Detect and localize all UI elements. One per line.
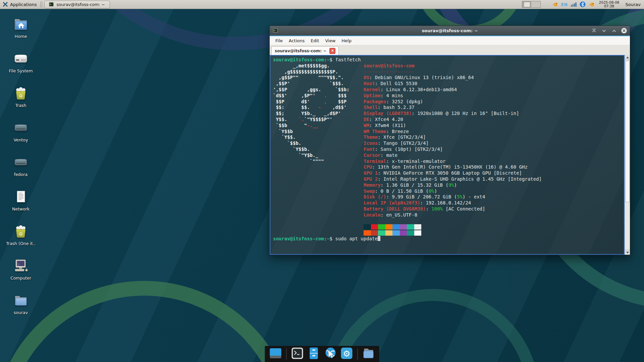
- maximize-button[interactable]: [611, 28, 617, 34]
- dock-show-desktop-button[interactable]: [269, 347, 282, 361]
- palette-swatch: [364, 230, 371, 236]
- workspace-2[interactable]: [531, 1, 540, 7]
- scrollbar-down-button[interactable]: [625, 250, 630, 255]
- menu-file[interactable]: File: [272, 38, 286, 43]
- info-line-disk: Disk (/): 9.99 GiB / 206.72 GiB (5%) - e…: [364, 194, 542, 200]
- shade-button[interactable]: [591, 28, 597, 34]
- terminal-screen[interactable]: sourav@itsfoss-com:~$ fastfetch _,met$$$…: [270, 55, 625, 255]
- palette-swatch: [364, 224, 371, 230]
- drive-dark-icon: [13, 120, 29, 136]
- info-label: Local IP (wlp0s20f3): [364, 200, 420, 205]
- info-label: Shell: [364, 105, 378, 110]
- desktop-icon-home[interactable]: Home: [6, 16, 36, 39]
- info-line-font: Font: Sans (10pt) [GTK2/3/4]: [364, 146, 542, 153]
- prompt-line: sourav@itsfoss-com:~$ fastfetch: [273, 57, 624, 63]
- info-line-gpu-1: GPU 1: NVIDIA GeForce RTX 3050 6GB Lapto…: [364, 170, 542, 176]
- info-line-terminal: Terminal: x-terminal-emulator: [364, 159, 542, 165]
- palette-swatch: [371, 224, 378, 230]
- menu-edit[interactable]: Edit: [308, 38, 322, 43]
- fastfetch-title: sourav@itsfoss-com: [364, 63, 542, 69]
- info-line-locale: Locale: en_US.UTF-8: [364, 212, 542, 218]
- desktop-icon-trash[interactable]: ♻Trash: [6, 85, 36, 108]
- dock-file-manager-button[interactable]: [362, 347, 375, 361]
- keyboard-layout[interactable]: EN: [561, 2, 568, 7]
- terminal-tab-label: sourav@itsfoss-com: ~: [275, 49, 326, 53]
- info-line-battery-dell-dvg8m39: Battery (DELL DVG8M39): 100% [AC Connect…: [364, 206, 542, 212]
- info-label: Theme: [364, 134, 378, 140]
- tab-close-icon[interactable]: x: [329, 48, 335, 54]
- svg-text:♻: ♻: [19, 231, 23, 237]
- desktop-icon-trash-one-it[interactable]: ♻Trash (One it...: [6, 223, 36, 246]
- desktop-icon-computer[interactable]: Computer: [6, 258, 36, 281]
- clock[interactable]: 2025-08-0607:38: [599, 1, 620, 8]
- desktop-icon-fedora[interactable]: fedora: [6, 154, 36, 177]
- dock-file-cabinet-button[interactable]: [307, 347, 321, 361]
- prompt-path: ~: [327, 57, 329, 62]
- trash-full-icon: ♻: [13, 223, 29, 239]
- palette-swatch: [378, 230, 385, 236]
- palette-swatch: [392, 224, 400, 230]
- info-label: CPU: [364, 164, 372, 170]
- info-label: Cursor: [364, 153, 381, 158]
- desktop-icon-network[interactable]: Network: [6, 189, 36, 212]
- fastfetch-title-text: sourav@itsfoss-com: [364, 63, 415, 68]
- desktop-icon-label: Ventoy: [6, 137, 36, 142]
- terminal-color-palette-row-2: [364, 230, 542, 236]
- info-label: Uptime: [364, 93, 381, 98]
- desktop-icon-label: Home: [6, 34, 36, 39]
- scrollbar-track[interactable]: [625, 60, 630, 250]
- info-line-host: Host: Dell G15 5530: [364, 81, 542, 87]
- svg-text:⚙: ⚙: [343, 349, 350, 359]
- terminal-color-palette-row-1: [364, 224, 542, 230]
- menu-view[interactable]: View: [322, 38, 338, 43]
- info-label: Terminal: [364, 159, 386, 164]
- desktop-icon-label: Computer: [6, 276, 36, 281]
- network-signal-icon[interactable]: [571, 1, 577, 8]
- prompt-user: sourav@itsfoss-com: [273, 57, 324, 62]
- info-line-gpu-2: GPU 2: Intel Raptor Lake-S UHD Graphics …: [364, 176, 542, 182]
- dock-separator: [286, 348, 287, 360]
- drive-dark-icon: [13, 154, 29, 170]
- top-panel: Applications sourav@itsfoss-com: ~ EN202…: [0, 0, 644, 9]
- terminal-scrollbar[interactable]: [625, 55, 630, 255]
- palette-swatch: [407, 230, 414, 236]
- app-indicator-fish-1-icon[interactable]: [552, 1, 558, 8]
- prompt-line: sourav@itsfoss-com:~$ sudo apt update: [273, 236, 624, 242]
- dock-settings-button[interactable]: ⚙: [340, 347, 354, 361]
- scrollbar-up-button[interactable]: [625, 55, 630, 60]
- desktop-icon-ventoy[interactable]: Ventoy: [6, 120, 36, 142]
- desktop-icon-sourav[interactable]: sourav: [6, 292, 36, 315]
- terminal-body: sourav@itsfoss-com:~$ fastfetch _,met$$$…: [270, 55, 630, 255]
- info-label: WM Theme: [364, 129, 386, 134]
- taskbar-window-label: sourav@itsfoss-com: ~: [56, 2, 105, 7]
- home-icon: [13, 16, 29, 32]
- palette-swatch: [385, 230, 393, 236]
- info-label: OS: [364, 75, 369, 80]
- info-line-memory: Memory: 1.36 GiB / 15.32 GiB (9%): [364, 182, 542, 188]
- app-indicator-fish-2-icon[interactable]: [589, 1, 595, 8]
- fastfetch-output: _,met$$$$$gg. ,g$$$$$$$$$$$$$$$P. ,g$$P"…: [273, 63, 624, 236]
- info-line-icons: Icons: Tango [GTK2/3/4]: [364, 140, 542, 146]
- dock-web-browser-button[interactable]: [324, 347, 337, 361]
- close-button[interactable]: [621, 28, 627, 34]
- minimize-button[interactable]: [601, 28, 607, 34]
- desktop[interactable]: Applications sourav@itsfoss-com: ~ EN202…: [0, 0, 644, 362]
- info-line-cursor: Cursor: mate: [364, 153, 542, 159]
- menu-help[interactable]: Help: [338, 38, 355, 43]
- system-tray: EN2025-08-0607:38Sourav: [552, 1, 642, 8]
- dock-terminal-button[interactable]: [291, 347, 304, 361]
- applications-menu-button[interactable]: Applications: [0, 0, 39, 9]
- menu-actions[interactable]: Actions: [286, 38, 308, 43]
- info-line-uptime: Uptime: 4 mins: [364, 93, 542, 99]
- menubar: FileActionsEditViewHelp: [270, 36, 630, 45]
- taskbar-window-button[interactable]: sourav@itsfoss-com: ~: [44, 1, 110, 8]
- terminal-tab[interactable]: sourav@itsfoss-com: ~ x: [271, 46, 339, 55]
- desktop-icon-file-system[interactable]: File System: [6, 51, 36, 73]
- window-titlebar[interactable]: sourav@itsfoss-com: ~: [270, 26, 630, 36]
- bluetooth-icon[interactable]: [580, 1, 586, 8]
- scrollbar-thumb[interactable]: [625, 61, 630, 202]
- dock-separator: [358, 348, 358, 360]
- workspace-1[interactable]: [522, 1, 531, 7]
- terminal-window-icon: [49, 2, 54, 7]
- desktop-icon-label: Trash (One it...: [6, 241, 36, 246]
